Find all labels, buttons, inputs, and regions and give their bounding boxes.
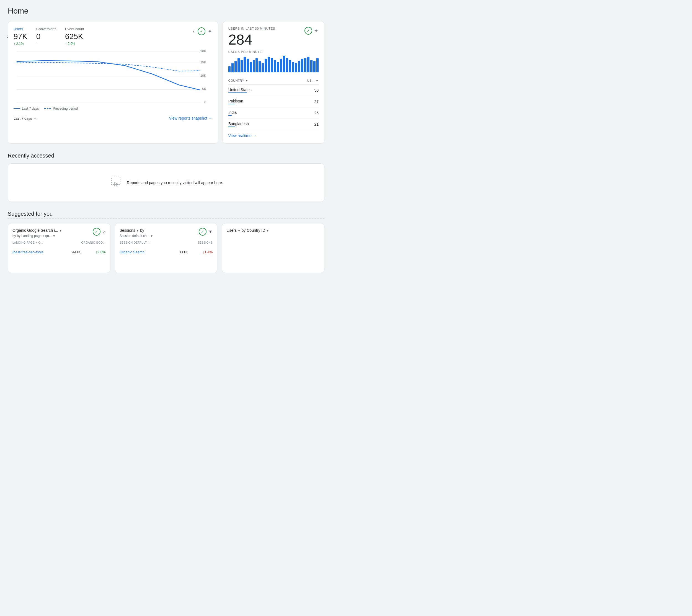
suggested-card-2-header: Sessions ▼ by Session default ch... ▼ ✓ … [120,228,213,238]
card-2-subtitle-dropdown[interactable]: ▼ [150,234,153,237]
suggested-card-1-row-1[interactable]: /best-free-seo-tools 441K ↑2.8% [13,248,106,256]
bar-item [235,61,237,72]
country-count: 27 [314,99,319,104]
suggested-card-3-header: Users ▼ by Country ID ▼ [226,228,320,233]
metric-conversions[interactable]: Conversions 0 - [36,27,56,46]
view-reports-snapshot-link[interactable]: View reports snapshot → [169,116,212,121]
realtime-card: USERS IN LAST 30 MINUTES 284 ✓ ✦ USERS P… [222,21,324,144]
suggested-card-sessions: Sessions ▼ by Session default ch... ▼ ✓ … [115,223,218,273]
bar-item [292,62,294,72]
bar-item [246,59,249,72]
realtime-header: USERS IN LAST 30 MINUTES 284 ✓ ✦ [229,27,319,47]
realtime-info: USERS IN LAST 30 MINUTES 284 [229,27,275,47]
metric-label-users: Users [14,27,27,31]
card-3-country-dropdown[interactable]: ▼ [266,229,269,232]
svg-text:15K: 15K [200,61,207,64]
bar-item [253,60,255,72]
arrow-right-icon: → [209,116,212,121]
suggested-card-1-title-group: Organic Google Search i... ▼ by by Landi… [13,228,62,238]
prev-metric-arrow[interactable]: ‹ [5,33,9,40]
realtime-label: USERS IN LAST 30 MINUTES [229,27,275,30]
card-1-check-icon[interactable]: ✓ [93,228,101,236]
bar-item [265,59,267,72]
bar-item [283,56,285,72]
suggested-card-1-title: Organic Google Search i... ▼ [13,228,62,233]
country-table-header: COUNTRY ▼ US... ▼ [229,77,319,85]
recently-accessed-empty: Reports and pages you recently visited w… [8,163,324,202]
us-dropdown-arrow: ▼ [316,79,319,82]
card-2-title-dropdown[interactable]: ▼ [136,229,139,232]
country-filter[interactable]: COUNTRY ▼ [229,79,248,82]
bar-item [268,57,270,72]
country-name: United States [229,87,252,93]
sparkle-icon[interactable]: ✦ [208,28,212,35]
chart-legend: Last 7 days Preceding period [14,107,212,110]
suggested-card-1-col-headers: LANDING PAGE + Q... ORGANIC GOO... [13,241,106,246]
bar-item [232,63,234,72]
bar-item [271,58,273,72]
bar-item [286,58,288,72]
bar-item [307,57,309,72]
suggested-card-organic: Organic Google Search i... ▼ by by Landi… [8,223,110,273]
country-name: Pakistan [229,99,243,104]
bar-item [304,58,306,72]
suggested-grid: Organic Google Search i... ▼ by by Landi… [8,223,324,273]
bar-item [277,62,279,72]
country-count: 21 [314,122,319,127]
bar-item [280,59,282,72]
next-metric-arrow[interactable]: › [191,27,195,36]
svg-text:10K: 10K [200,74,207,77]
bar-item [262,63,264,72]
suggested-card-users-country: Users ▼ by Country ID ▼ [222,223,324,273]
realtime-arrow-icon: → [253,133,257,138]
bar-item [317,58,319,72]
check-icon[interactable]: ✓ [198,27,206,35]
date-dropdown-arrow: ▼ [34,117,37,120]
bar-item [250,62,252,72]
card-1-filter-icon[interactable]: ⊿ [102,229,106,234]
recently-accessed-empty-text: Reports and pages you recently visited w… [127,180,223,185]
metric-change-events: 2.9% [65,42,84,46]
bar-item [240,60,243,72]
suggested-card-3-title: Users ▼ by Country ID ▼ [226,228,320,233]
suggested-card-2-title-group: Sessions ▼ by Session default ch... ▼ [120,228,153,238]
legend-label-solid: Last 7 days [22,107,39,110]
cursor-icon [109,175,122,190]
card-1-subtitle-dropdown[interactable]: ▼ [52,234,56,237]
chart-svg: 20K 15K 10K 5K 0 19 [14,49,212,104]
legend-label-dashed: Preceding period [52,107,78,110]
suggested-section: Suggested for you Organic Google Search … [8,211,324,273]
us-filter[interactable]: US... ▼ [307,79,319,82]
page-title: Home [8,7,324,16]
svg-text:20K: 20K [200,49,207,52]
metric-users[interactable]: Users 97K 2.1% [14,27,27,46]
metric-label-conversions: Conversions [36,27,56,31]
suggested-card-2-actions: ✓ ▼ [199,228,213,236]
metric-event-count[interactable]: Event count 625K 2.9% [65,27,84,46]
suggested-card-2-row-1[interactable]: Organic Search 111K ↓1.4% [120,248,213,256]
metric-value-conversions: 0 [36,32,56,41]
svg-text:0: 0 [204,101,206,104]
suggested-card-2-col-headers: SESSION DEFAULT ... SESSIONS [120,241,213,246]
metric-value-events: 625K [65,32,84,41]
legend-solid: Last 7 days [14,107,39,110]
country-row: Bangladesh 21 [229,119,319,130]
card-3-title-dropdown[interactable]: ▼ [238,229,240,232]
suggested-card-2-title: Sessions ▼ by [120,228,153,233]
realtime-sparkle-icon[interactable]: ✦ [314,27,319,34]
bar-item [238,58,240,72]
country-row: Pakistan 27 [229,96,319,107]
card-1-title-dropdown[interactable]: ▼ [59,229,62,232]
card-2-check-icon[interactable]: ✓ [199,228,207,236]
suggested-divider [8,218,324,219]
suggested-card-1-header: Organic Google Search i... ▼ by by Landi… [13,228,106,238]
main-analytics-card: ‹ Users 97K 2.1% Conversions 0 - Event c… [8,21,218,144]
bar-item [310,60,312,72]
realtime-check-icon[interactable]: ✓ [304,27,312,35]
view-realtime-link[interactable]: View realtime → [229,133,319,138]
realtime-footer: View realtime → [229,133,319,138]
realtime-count: 284 [229,33,275,47]
card-2-dropdown-icon[interactable]: ▼ [208,229,213,234]
date-selector[interactable]: Last 7 days ▼ [14,116,36,121]
line-chart: 20K 15K 10K 5K 0 19 [14,49,212,104]
